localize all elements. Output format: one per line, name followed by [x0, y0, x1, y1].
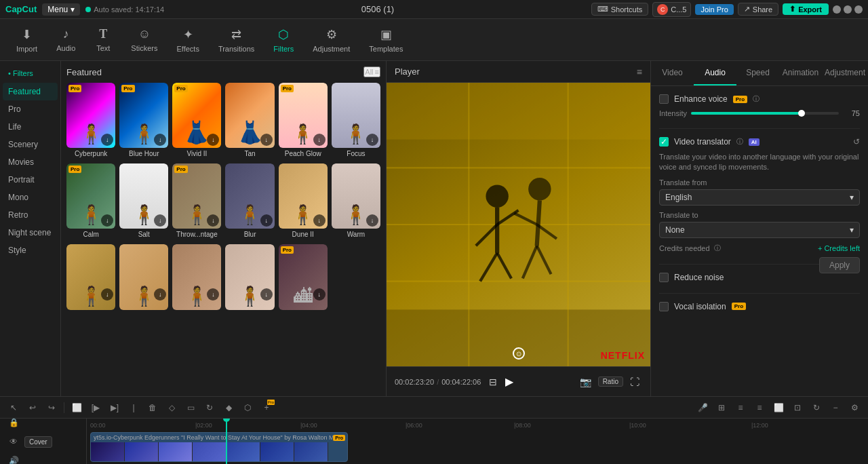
filter-card-cyberpunk[interactable]: 🧍 Pro ↓ Cyberpunk [66, 83, 115, 159]
sidebar-item-retro[interactable]: Retro [3, 206, 58, 224]
tab-video[interactable]: Video [651, 61, 694, 85]
filter-card-throwntage[interactable]: 🧍 Pro ↓ Throw...ntage [172, 163, 221, 240]
player-menu-button[interactable]: ≡ [637, 66, 642, 77]
download-icon[interactable]: ↓ [260, 214, 273, 227]
delete-button[interactable]: 🗑 [144, 400, 161, 416]
diamond-button[interactable]: ◇ [163, 400, 180, 416]
audio-snap-button[interactable]: ⊞ [713, 400, 730, 416]
fullscreen-button[interactable]: ⛶ [627, 375, 642, 389]
enhance-voice-info-icon[interactable]: ⓘ [753, 94, 760, 104]
tab-adjustment[interactable]: Adjustment [822, 61, 868, 85]
download-icon[interactable]: ↓ [260, 288, 273, 301]
video-track[interactable]: yt5s.io-Cyberpunk Edgerunners "I Really … [90, 432, 348, 462]
slider-thumb[interactable] [798, 110, 805, 117]
translate-from-dropdown[interactable]: English ▾ [659, 189, 860, 206]
filter-card-bluehour[interactable]: 🧍 Pro ↓ Blue Hour [119, 83, 168, 159]
maximize-button[interactable] [844, 5, 852, 14]
split-cut-button[interactable]: | [125, 400, 142, 416]
audio-mix-button[interactable]: ≡ [732, 400, 749, 416]
detach-audio-button[interactable]: ⊡ [789, 400, 806, 416]
user-account-button[interactable]: C C...5 [652, 2, 691, 17]
filter-card-warm[interactable]: 🧍 ↓ Warm [332, 163, 380, 240]
download-icon[interactable]: ↓ [313, 134, 326, 146]
filter-card-vividII[interactable]: 👗 Pro ↓ Vivid II [172, 83, 221, 159]
sidebar-item-mono[interactable]: Mono [3, 189, 58, 206]
filter-card-r4[interactable]: 🧍 ↓ [225, 244, 274, 313]
timeline-view-button[interactable]: ⊟ [486, 375, 500, 389]
tool-stickers[interactable]: ☺ Stickers [123, 23, 165, 56]
select-button[interactable]: ⬡ [239, 400, 256, 416]
zoom-out-button[interactable]: − [827, 400, 844, 416]
filter-card-peachglow[interactable]: 🧍 Pro ↓ Peach Glow [279, 83, 328, 159]
loop-button[interactable]: ↻ [201, 400, 218, 416]
cover-button[interactable]: Cover [24, 436, 52, 448]
tool-import[interactable]: ⬇ Import [8, 23, 45, 57]
reduce-noise-checkbox[interactable] [659, 273, 669, 282]
share-button[interactable]: ↗ Share [738, 3, 778, 16]
download-icon[interactable]: ↓ [313, 288, 326, 301]
download-icon[interactable]: ↓ [260, 134, 273, 146]
playhead[interactable] [226, 419, 227, 464]
speed-ramp-button[interactable]: ↻ [808, 400, 825, 416]
tool-transitions[interactable]: ⇄ Transitions [210, 23, 262, 57]
undo-button[interactable]: ↩ [24, 400, 41, 416]
keyframe-button[interactable]: ◆ [220, 400, 237, 416]
vocal-isolation-checkbox[interactable] [659, 302, 669, 311]
sidebar-item-life[interactable]: Life [3, 118, 58, 136]
filter-card-calm[interactable]: 🧍 Pro ↓ Calm [66, 163, 115, 240]
timeline-settings-button[interactable]: ⚙ [846, 400, 863, 416]
filter-card-focus[interactable]: 🧍 ↓ Focus [332, 83, 380, 159]
tool-effects[interactable]: ✦ Effects [168, 23, 207, 57]
filter-card-r2[interactable]: 🧍 ↓ [119, 244, 168, 313]
credits-info-icon[interactable]: ⓘ [714, 244, 721, 253]
filter-card-duneII[interactable]: 🧍 ↓ Dune II [279, 163, 328, 240]
mic-button[interactable]: 🎤 [694, 400, 711, 416]
crop-button[interactable]: ▭ [182, 400, 199, 416]
filter-all-button[interactable]: All ≡ [363, 66, 380, 77]
pro-tool-button[interactable]: + Pro [258, 400, 275, 416]
track-audio-button[interactable]: 🔊 [5, 452, 22, 464]
tab-audio[interactable]: Audio [694, 61, 736, 85]
scrubber-circle[interactable]: ⊙ [513, 347, 525, 360]
translate-to-dropdown[interactable]: None ▾ [659, 222, 860, 238]
tab-animation[interactable]: Animation [779, 61, 822, 85]
tool-adjustment[interactable]: ⚙ Adjustment [304, 23, 358, 57]
tool-filters[interactable]: ⬡ Filters [265, 23, 302, 57]
filter-card-salt[interactable]: 🧍 ↓ Salt [119, 163, 168, 240]
track-visibility-button[interactable]: 👁 [5, 433, 22, 450]
trim-left-button[interactable]: [▶ [87, 400, 104, 416]
intensity-slider[interactable] [691, 112, 839, 115]
cursor-tool-button[interactable]: ↖ [5, 400, 22, 416]
play-button[interactable]: ▶ [505, 375, 513, 388]
shortcuts-button[interactable]: ⌨ Shortcuts [591, 3, 648, 16]
sidebar-item-scenery[interactable]: Scenery [3, 136, 58, 153]
tab-speed[interactable]: Speed [736, 61, 779, 85]
sidebar-item-movies[interactable]: Movies [3, 153, 58, 171]
tool-templates[interactable]: ▣ Templates [361, 23, 411, 57]
sidebar-item-night-scene[interactable]: Night scene [3, 224, 58, 241]
ratio-button[interactable]: Ratio [598, 376, 623, 387]
download-icon[interactable]: ↓ [101, 288, 113, 301]
filter-card-r3[interactable]: 🧍 ↓ [172, 244, 221, 313]
video-translator-checkbox[interactable]: ✓ [659, 137, 669, 147]
export-button[interactable]: ⬆ Export [783, 3, 829, 15]
menu-button[interactable]: Menu ▾ [42, 3, 80, 16]
tool-text[interactable]: T Text [86, 23, 120, 56]
split-audio-button[interactable]: ⬜ [770, 400, 787, 416]
download-icon[interactable]: ↓ [154, 288, 166, 301]
enhance-voice-checkbox[interactable] [659, 94, 669, 104]
sidebar-item-portrait[interactable]: Portrait [3, 171, 58, 189]
video-translator-info-icon[interactable]: ⓘ [736, 137, 743, 147]
joinpro-button[interactable]: Join Pro [695, 4, 733, 15]
filter-card-r1[interactable]: 🧍 ↓ [66, 244, 115, 313]
track-lock-button[interactable]: 🔒 [5, 414, 22, 431]
split-button[interactable]: ⬜ [68, 400, 85, 416]
close-button[interactable] [854, 5, 863, 14]
sidebar-item-style[interactable]: Style [3, 241, 58, 259]
camera-button[interactable]: 📷 [577, 375, 594, 389]
filter-card-tan[interactable]: 👗 ↓ Tan [225, 83, 274, 159]
minimize-button[interactable] [833, 5, 841, 14]
filter-card-r5[interactable]: 🏙 Pro ↓ [279, 244, 328, 313]
add-credits-button[interactable]: + Credits left [818, 244, 860, 252]
refresh-button[interactable]: ↺ [853, 137, 860, 147]
